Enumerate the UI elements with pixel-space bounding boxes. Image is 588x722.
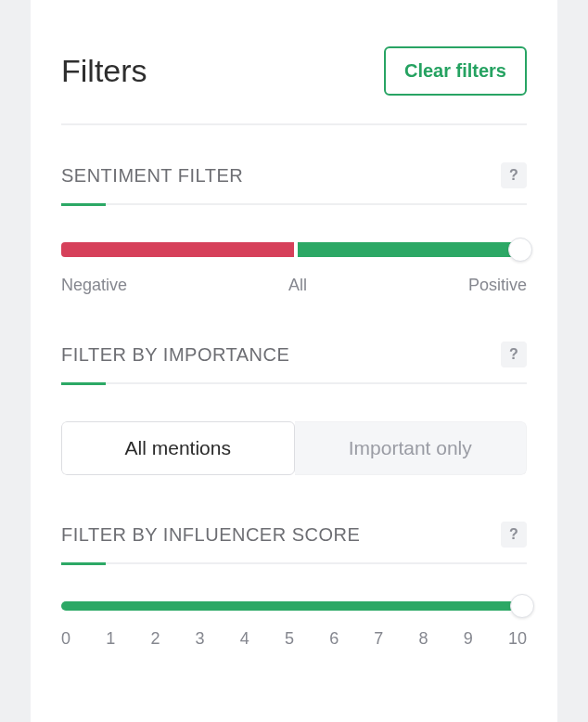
importance-toggle: All mentions Important only xyxy=(61,421,527,475)
underline-active-indicator xyxy=(61,382,106,385)
influencer-header: FILTER BY INFLUENCER SCORE ? xyxy=(61,522,527,548)
tick-2: 2 xyxy=(150,629,160,649)
section-underline xyxy=(61,203,527,205)
tick-5: 5 xyxy=(285,629,294,649)
underline-active-indicator xyxy=(61,203,106,206)
clear-filters-button[interactable]: Clear filters xyxy=(384,46,527,96)
tick-9: 9 xyxy=(464,629,473,649)
tick-6: 6 xyxy=(329,629,339,649)
filters-card: Filters Clear filters SENTIMENT FILTER ?… xyxy=(31,0,557,722)
tick-1: 1 xyxy=(106,629,115,649)
sentiment-negative-track xyxy=(61,242,294,257)
sentiment-positive-track xyxy=(298,242,527,257)
importance-option-important[interactable]: Important only xyxy=(295,421,528,475)
sentiment-label-all: All xyxy=(288,276,307,295)
divider xyxy=(61,123,527,125)
tick-10: 10 xyxy=(508,629,527,649)
tick-8: 8 xyxy=(419,629,428,649)
help-icon[interactable]: ? xyxy=(501,342,527,367)
help-icon[interactable]: ? xyxy=(501,522,527,548)
underline-active-indicator xyxy=(61,562,106,565)
sentiment-title: SENTIMENT FILTER xyxy=(61,165,243,187)
influencer-section: FILTER BY INFLUENCER SCORE ? 0 1 2 3 4 5… xyxy=(61,522,527,649)
sentiment-section: SENTIMENT FILTER ? Negative All Positive xyxy=(61,162,527,295)
sentiment-labels: Negative All Positive xyxy=(61,276,527,295)
tick-7: 7 xyxy=(374,629,383,649)
help-icon[interactable]: ? xyxy=(501,162,527,188)
section-underline xyxy=(61,382,527,384)
influencer-title: FILTER BY INFLUENCER SCORE xyxy=(61,524,360,546)
influencer-slider-handle[interactable] xyxy=(510,594,534,618)
tick-0: 0 xyxy=(61,629,70,649)
importance-header: FILTER BY IMPORTANCE ? xyxy=(61,342,527,367)
importance-option-all[interactable]: All mentions xyxy=(61,421,295,475)
influencer-tick-labels: 0 1 2 3 4 5 6 7 8 9 10 xyxy=(61,629,527,649)
sentiment-slider-handle[interactable] xyxy=(508,238,532,262)
sentiment-slider[interactable] xyxy=(61,242,527,257)
importance-section: FILTER BY IMPORTANCE ? All mentions Impo… xyxy=(61,342,527,475)
section-underline xyxy=(61,562,527,564)
importance-title: FILTER BY IMPORTANCE xyxy=(61,344,289,366)
influencer-slider[interactable] xyxy=(61,601,527,611)
tick-4: 4 xyxy=(240,629,249,649)
sentiment-label-negative: Negative xyxy=(61,276,127,295)
sentiment-label-positive: Positive xyxy=(468,276,527,295)
sentiment-header: SENTIMENT FILTER ? xyxy=(61,162,527,188)
header: Filters Clear filters xyxy=(61,46,527,96)
tick-3: 3 xyxy=(196,629,205,649)
page-title: Filters xyxy=(61,53,147,89)
